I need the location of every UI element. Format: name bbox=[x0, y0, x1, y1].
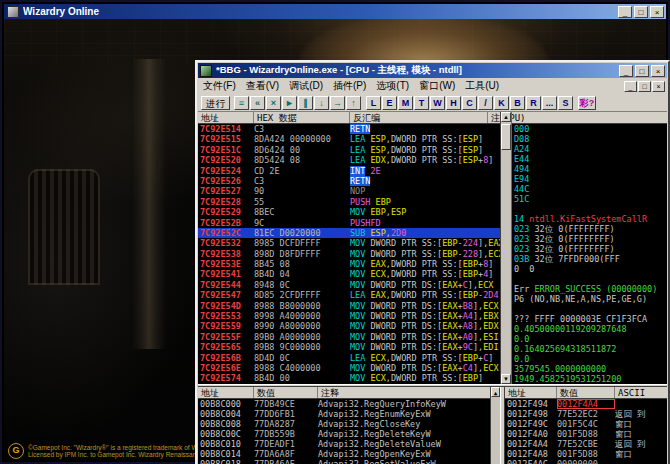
debugger-minimize-button[interactable]: _ bbox=[619, 65, 633, 77]
disasm-row[interactable]: 7C92E56E8988 C4000000MOV DWORD PTR DS:[E… bbox=[198, 363, 500, 373]
disasm-row[interactable]: 7C92E52855PUSH EBP bbox=[198, 197, 500, 207]
mdi-close-button[interactable]: × bbox=[652, 81, 665, 92]
step-over-icon[interactable]: → bbox=[330, 96, 345, 110]
disasm-row[interactable]: 7C92E526C3RETN bbox=[198, 176, 500, 186]
disasm-row[interactable]: 7C92E53E8B45 08MOV EAX,DWORD PTR SS:[EBP… bbox=[198, 259, 500, 269]
debugger-titlebar[interactable]: *BBG - WizardryOnline.exe - [CPU - 主线程, … bbox=[198, 63, 667, 78]
menu-plugins[interactable]: 插件(P) bbox=[328, 79, 371, 93]
toolbar-letter-button[interactable]: S bbox=[558, 96, 573, 110]
disasm-row[interactable]: 7C92E54D8988 B8000000MOV DWORD PTR DS:[E… bbox=[198, 301, 500, 311]
disasm-row[interactable]: 7C92E524CD 2EINT 2E bbox=[198, 166, 500, 176]
col-address[interactable]: 地址 bbox=[198, 387, 254, 398]
disasm-row[interactable]: 7C92E5418B4D 04MOV ECX,DWORD PTR SS:[EBP… bbox=[198, 269, 500, 279]
toolbar-letter-button[interactable]: M bbox=[398, 96, 413, 110]
toolbar-letter-button[interactable]: H bbox=[446, 96, 461, 110]
disasm-row[interactable]: 7C92E52B9CPUSHFD bbox=[198, 218, 500, 228]
toolbar-letter-button[interactable]: L bbox=[366, 96, 381, 110]
disassembly-scrollbar[interactable]: ▲ ▼ bbox=[500, 112, 511, 384]
dump-comment: Advapi32.RegQueryInfoKeyW bbox=[318, 399, 490, 409]
dump-row[interactable]: 00B8C00C77DB559BAdvapi32.RegDeleteKeyW bbox=[198, 429, 490, 439]
toolbar-letter-button[interactable]: E bbox=[382, 96, 397, 110]
restart-icon[interactable]: « bbox=[250, 96, 265, 110]
col-hexdata[interactable]: HEX 数据 bbox=[254, 112, 350, 123]
disasm-row[interactable]: 7C92E5158DA424 00000000LEA ESP,DWORD PTR… bbox=[198, 134, 500, 144]
disasm-row[interactable]: 7C92E538898D D8FDFFFFMOV DWORD PTR SS:[E… bbox=[198, 249, 500, 259]
col-ascii[interactable]: ASCII bbox=[615, 387, 667, 398]
disasm-row[interactable]: 7C92E52790NOP bbox=[198, 186, 500, 196]
menu-window[interactable]: 窗口(W) bbox=[414, 79, 460, 93]
disasm-instruction: LEA EDX,DWORD PTR SS:[ESP+8] bbox=[350, 155, 500, 165]
toolbar-letter-button[interactable]: K bbox=[494, 96, 509, 110]
disasm-row[interactable]: 7C92E51C8D6424 00LEA ESP,DWORD PTR SS:[E… bbox=[198, 145, 500, 155]
run-status-button[interactable]: 进行 bbox=[201, 96, 230, 110]
disasm-row[interactable]: 7C92E5298BECMOV EBP,ESP bbox=[198, 207, 500, 217]
disasm-row[interactable]: 7C92E52C81EC D0020000SUB ESP,2D0 bbox=[198, 228, 500, 238]
disasm-row[interactable]: 7C92E56589B8 9C000000MOV DWORD PTR DS:[E… bbox=[198, 342, 500, 352]
game-maximize-button[interactable]: □ bbox=[634, 6, 648, 18]
col-value[interactable]: 数值 bbox=[254, 387, 318, 398]
stack-row[interactable]: 0012F4A477E52CBE返回 到 bbox=[505, 439, 667, 449]
menu-options[interactable]: 选项(T) bbox=[371, 79, 414, 93]
disasm-row[interactable]: 7C92E514C3RETN bbox=[198, 124, 500, 134]
game-minimize-button[interactable]: _ bbox=[618, 6, 632, 18]
dump-row[interactable]: 00B8C00877DA8287Advapi32.RegCloseKey bbox=[198, 419, 490, 429]
disasm-row[interactable]: 7C92E5748B4D 00MOV ECX,DWORD PTR SS:[EBP… bbox=[198, 373, 500, 383]
disasm-row[interactable]: 7C92E5538998 A4000000MOV DWORD PTR DS:[E… bbox=[198, 311, 500, 321]
toolbar-letter-button[interactable]: R bbox=[526, 96, 541, 110]
execute-till-return-icon[interactable]: ↑ bbox=[346, 96, 361, 110]
dump-row[interactable]: 00B8C00477DD6FB1Advapi32.RegEnumKeyExW bbox=[198, 409, 490, 419]
menu-debug[interactable]: 调试(D) bbox=[284, 79, 328, 93]
scroll-up-icon[interactable]: ▲ bbox=[491, 387, 500, 397]
scroll-down-icon[interactable]: ▼ bbox=[501, 374, 511, 384]
game-titlebar[interactable]: Wizardry Online _ □ × bbox=[4, 4, 666, 19]
game-close-button[interactable]: × bbox=[650, 6, 664, 18]
stack-row[interactable]: 0012F4AC00000000 bbox=[505, 459, 667, 464]
stack-row[interactable]: 0012F4940012F4A4 bbox=[505, 399, 667, 409]
run-icon[interactable]: ► bbox=[282, 96, 297, 110]
col-disassembly[interactable]: 反汇编 bbox=[350, 112, 488, 123]
debugger-close-button[interactable]: × bbox=[651, 65, 665, 77]
dump-scrollbar[interactable]: ▲ bbox=[490, 387, 500, 464]
menu-view[interactable]: 查看(V) bbox=[241, 79, 284, 93]
dump-row[interactable]: 00B8C00077DB49CEAdvapi32.RegQueryInfoKey… bbox=[198, 399, 490, 409]
stack-row[interactable]: 0012F49C001F5C4C窗口 bbox=[505, 419, 667, 429]
dump-row[interactable]: 00B8C01077DEADF1Advapi32.RegDeleteValueW bbox=[198, 439, 490, 449]
debugger-maximize-button[interactable]: □ bbox=[635, 65, 649, 77]
stack-row[interactable]: 0012F4A8001F5D88窗口 bbox=[505, 449, 667, 459]
stack-row[interactable]: 0012F49877E52EC2返回 到 bbox=[505, 409, 667, 419]
col-address[interactable]: 地址 bbox=[198, 112, 254, 123]
disasm-row[interactable]: 7C92E5598990 A8000000MOV DWORD PTR DS:[E… bbox=[198, 321, 500, 331]
register-line bbox=[512, 204, 667, 214]
disasm-row[interactable]: 7C92E5448948 0CMOV DWORD PTR DS:[EAX+C],… bbox=[198, 280, 500, 290]
dump-row[interactable]: 00B8C01877DB46AEAdvapi32.RegSetValueExW bbox=[198, 459, 490, 464]
disasm-row[interactable]: 7C92E5208D5424 08LEA EDX,DWORD PTR SS:[E… bbox=[198, 155, 500, 165]
disasm-row[interactable]: 7C92E5328985 DCFDFFFFMOV DWORD PTR SS:[E… bbox=[198, 238, 500, 248]
step-into-icon[interactable]: ↓ bbox=[314, 96, 329, 110]
disasm-row[interactable]: 7C92E56B8D4D 0CLEA ECX,DWORD PTR SS:[EBP… bbox=[198, 353, 500, 363]
mdi-restore-button[interactable]: □ bbox=[638, 81, 651, 92]
toolbar-letter-button[interactable]: T bbox=[414, 96, 429, 110]
col-comment[interactable]: 注释 bbox=[488, 112, 500, 123]
disasm-row[interactable]: 7C92E55F89B0 A0000000MOV DWORD PTR DS:[E… bbox=[198, 332, 500, 342]
menu-tools[interactable]: 工具(U) bbox=[460, 79, 504, 93]
disasm-instruction: MOV DWORD PTR SS:[EBP-224],EAX bbox=[350, 238, 500, 248]
stack-row[interactable]: 0012F4A0001F5D88窗口 bbox=[505, 429, 667, 439]
col-value[interactable]: 数值 bbox=[557, 387, 615, 398]
mdi-minimize-button[interactable]: _ bbox=[624, 81, 637, 92]
appearance-button[interactable]: 彩? bbox=[578, 96, 596, 110]
menu-file[interactable]: 文件(F) bbox=[198, 79, 241, 93]
toolbar-letter-button[interactable]: ... bbox=[542, 96, 557, 110]
disasm-row[interactable]: 7C92E5478D85 2CFDFFFFLEA EAX,DWORD PTR S… bbox=[198, 290, 500, 300]
col-comment[interactable]: 注释 bbox=[318, 387, 490, 398]
toolbar-letter-button[interactable]: C bbox=[462, 96, 477, 110]
col-address[interactable]: 地址 bbox=[505, 387, 557, 398]
scroll-up-icon[interactable]: ▲ bbox=[501, 112, 511, 122]
scrollbar-thumb[interactable] bbox=[501, 124, 511, 150]
toolbar-letter-button[interactable]: B bbox=[510, 96, 525, 110]
dump-row[interactable]: 00B8C01477DA6A8FAdvapi32.RegOpenKeyExW bbox=[198, 449, 490, 459]
pause-icon[interactable]: ∥ bbox=[298, 96, 313, 110]
toolbar-letter-button[interactable]: / bbox=[478, 96, 493, 110]
close-program-icon[interactable]: × bbox=[266, 96, 281, 110]
open-file-icon[interactable]: ≡ bbox=[234, 96, 249, 110]
toolbar-letter-button[interactable]: W bbox=[430, 96, 445, 110]
